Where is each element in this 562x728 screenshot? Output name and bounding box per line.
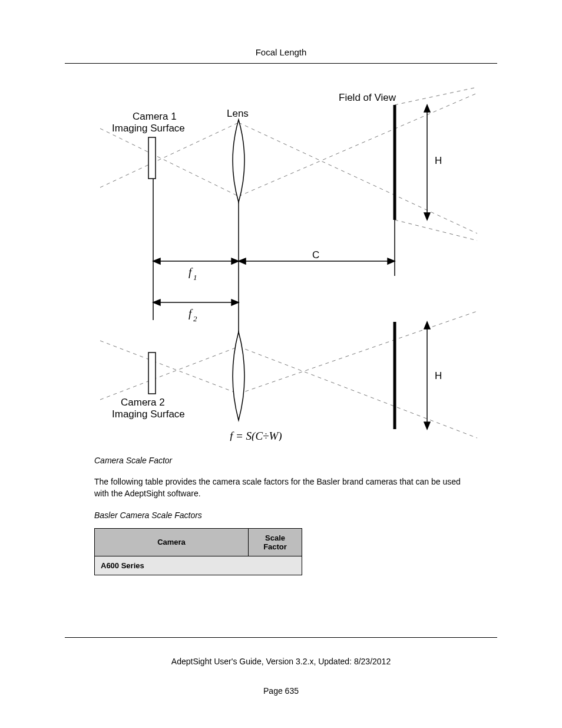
header-rule xyxy=(65,63,497,64)
table-row: A600 Series xyxy=(95,556,302,575)
svg-line-3 xyxy=(239,123,477,233)
figure-caption: Camera Scale Factor xyxy=(94,456,497,465)
page-header-title: Focal Length xyxy=(65,47,497,57)
footer-rule xyxy=(65,637,497,638)
svg-marker-15 xyxy=(424,105,430,112)
label-h2: H xyxy=(435,370,442,381)
svg-marker-31 xyxy=(232,299,239,305)
footer-guide: AdeptSight User's Guide, Version 3.2.x, … xyxy=(0,657,562,666)
svg-marker-19 xyxy=(424,422,430,429)
body-paragraph: The following table provides the camera … xyxy=(94,476,471,500)
svg-line-0 xyxy=(100,129,239,196)
svg-rect-11 xyxy=(148,353,156,394)
label-camera1-a: Camera 1 xyxy=(133,111,177,122)
svg-rect-10 xyxy=(148,137,156,179)
label-camera1-b: Imaging Surface xyxy=(112,123,185,134)
label-f1: f xyxy=(189,266,193,278)
table-caption: Basler Camera Scale Factors xyxy=(94,510,497,520)
label-lens: Lens xyxy=(227,108,249,119)
table-header-scale-factor: Scale Factor xyxy=(249,528,302,556)
svg-line-6 xyxy=(100,341,239,394)
svg-marker-16 xyxy=(424,213,430,220)
svg-marker-28 xyxy=(388,258,395,264)
svg-marker-24 xyxy=(153,258,160,264)
svg-marker-18 xyxy=(424,322,430,329)
label-f2: f xyxy=(189,307,193,319)
table-header-camera: Camera xyxy=(95,528,249,556)
label-formula: f = S(C÷W) xyxy=(230,430,282,441)
svg-line-7 xyxy=(239,311,477,394)
label-camera2-b: Imaging Surface xyxy=(112,409,185,420)
footer-page-number: Page 635 xyxy=(0,686,562,696)
svg-marker-30 xyxy=(153,299,160,305)
focal-length-diagram: Field of View Camera 1 Imaging Surface L… xyxy=(100,87,477,441)
label-camera2-a: Camera 2 xyxy=(121,397,165,408)
label-f2-sub: 2 xyxy=(193,314,197,323)
svg-marker-27 xyxy=(239,258,246,264)
svg-line-8 xyxy=(100,347,239,400)
scale-factor-table: Camera Scale Factor A600 Series xyxy=(94,528,302,575)
label-field-of-view: Field of View xyxy=(339,92,396,103)
svg-line-5 xyxy=(395,220,477,241)
svg-line-4 xyxy=(395,87,477,105)
label-h1: H xyxy=(435,155,442,166)
label-f1-sub: 1 xyxy=(193,273,197,282)
svg-line-9 xyxy=(239,347,477,438)
table-series-cell: A600 Series xyxy=(95,556,302,575)
label-c: C xyxy=(312,249,319,261)
svg-line-1 xyxy=(239,93,477,196)
